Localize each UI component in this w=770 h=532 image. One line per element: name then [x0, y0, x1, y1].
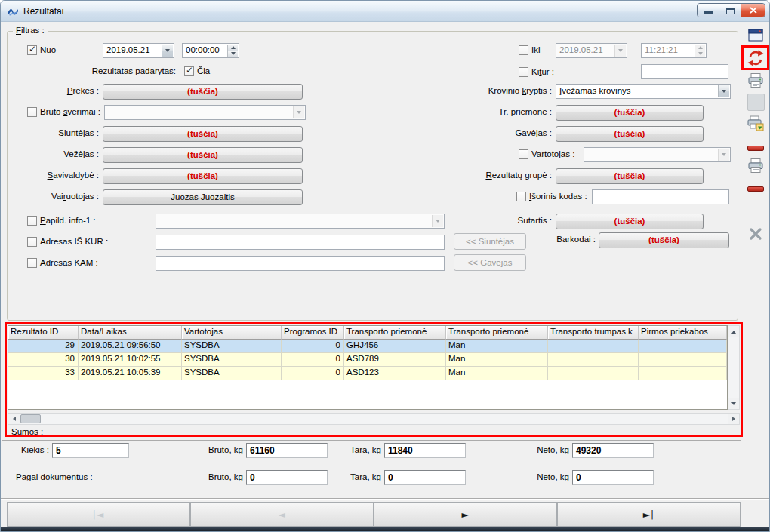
iki-checkbox[interactable]: Iki — [519, 44, 541, 56]
bruto-sverimai-checkbox[interactable]: Bruto svėrimai : — [27, 106, 100, 118]
isorinis-kodas-checkbox[interactable]: Išorinis kodas : — [516, 190, 587, 202]
last-record-button[interactable]: ►| — [557, 502, 741, 527]
cell[interactable]: 0 — [282, 367, 344, 380]
form-window-icon[interactable] — [746, 26, 765, 45]
adresas-is-kur-checkbox[interactable]: Adresas IŠ KUR : — [27, 235, 108, 248]
grid-col-transporto-trumpas[interactable]: Transporto trumpas k — [548, 326, 639, 340]
previous-record-button[interactable]: ◄ — [190, 502, 374, 527]
rezultatu-grupe-button[interactable]: (tuščia) — [556, 168, 704, 184]
cell[interactable]: 0 — [282, 340, 344, 353]
nuo-time-spinner[interactable]: 00:00:00 — [182, 43, 239, 58]
table-row[interactable]: 33 2019.05.21 10:05:39 SYSDBA 0 ASD123 M… — [8, 367, 727, 380]
next-record-button[interactable]: ► — [374, 502, 557, 527]
sutartis-button[interactable]: (tuščia) — [556, 214, 704, 229]
grid-col-transporto-priemone-1[interactable]: Transporto priemonė — [344, 326, 446, 340]
krovinio-kryptis-combo[interactable]: Įvežamas krovinys — [556, 84, 731, 99]
red-bar-icon-2[interactable] — [746, 179, 765, 198]
iki-time-up-icon[interactable] — [695, 45, 705, 51]
siuntejas-button[interactable]: (tuščia) — [103, 126, 303, 142]
cell[interactable]: 0 — [282, 353, 344, 367]
papild-info1-combo[interactable] — [156, 214, 445, 229]
tr-priemone-button[interactable]: (tuščia) — [556, 105, 704, 121]
cell[interactable] — [548, 340, 639, 353]
cia-checkbox[interactable]: Čia — [184, 65, 210, 77]
scrollbar-thumb[interactable] — [20, 414, 41, 423]
papild-info1-dropdown-arrow-icon[interactable] — [432, 215, 443, 227]
cell[interactable] — [639, 340, 727, 353]
cell[interactable]: SYSDBA — [182, 367, 282, 380]
refresh-icon[interactable] — [746, 48, 765, 68]
maximize-icon[interactable] — [719, 4, 741, 17]
cell[interactable]: Man — [446, 340, 548, 353]
nuo-date-dropdown-arrow-icon[interactable] — [162, 45, 173, 57]
iki-date-combo[interactable]: 2019.05.21 — [556, 43, 627, 58]
krovinio-kryptis-dropdown-arrow-icon[interactable] — [718, 85, 729, 97]
cell[interactable]: 29 — [8, 340, 79, 353]
vezejas-button[interactable]: (tuščia) — [103, 147, 303, 163]
cell[interactable]: 2019.05.21 09:56:50 — [79, 340, 182, 353]
cell[interactable]: 2019.05.21 10:02:55 — [79, 353, 182, 367]
nuo-time-down-icon[interactable] — [227, 51, 238, 57]
kitur-checkbox[interactable]: Kitur : — [519, 66, 554, 78]
cell[interactable]: ASD789 — [344, 353, 446, 367]
isorinis-kodas-input[interactable] — [592, 189, 729, 204]
grid-col-rezultato-id[interactable]: Rezultato ID — [8, 326, 79, 340]
iki-time-down-icon[interactable] — [695, 51, 705, 57]
vairuotojas-button[interactable]: Juozas Juozaitis — [103, 189, 303, 205]
vartotojas-dropdown-arrow-icon[interactable] — [718, 149, 729, 161]
cell[interactable]: 33 — [8, 367, 79, 380]
nuo-time-up-icon[interactable] — [227, 45, 238, 51]
vartotojas-checkbox[interactable]: Vartotojas : — [519, 148, 574, 160]
cell[interactable]: 30 — [8, 353, 79, 367]
nuo-date-combo[interactable]: 2019.05.21 — [103, 43, 174, 58]
print-icon-2[interactable] — [746, 156, 765, 176]
cell[interactable]: Man — [446, 367, 548, 380]
cell[interactable]: ASD123 — [344, 367, 446, 380]
minimize-icon[interactable] — [698, 4, 719, 17]
cell[interactable] — [639, 367, 727, 380]
copy-siuntejas-button[interactable]: << Siuntėjas — [454, 233, 526, 250]
copy-gavejas-button[interactable]: << Gavėjas — [454, 254, 526, 271]
iki-time-spinner[interactable]: 11:21:21 — [641, 43, 707, 58]
print-icon[interactable] — [746, 71, 765, 91]
vartotojas-combo[interactable] — [584, 147, 731, 162]
adresas-kam-checkbox[interactable]: Adresas KAM : — [27, 257, 98, 269]
close-icon[interactable] — [741, 4, 765, 17]
scroll-up-icon[interactable] — [728, 326, 739, 337]
kitur-input[interactable] — [641, 64, 728, 79]
table-row[interactable]: 30 2019.05.21 10:02:55 SYSDBA 0 ASD789 M… — [8, 353, 727, 367]
cell[interactable]: Man — [446, 353, 548, 367]
cell[interactable]: GHJ456 — [344, 340, 446, 353]
scroll-right-icon[interactable] — [728, 414, 739, 424]
gavejas-button[interactable]: (tuščia) — [556, 126, 704, 142]
cell[interactable] — [548, 353, 639, 367]
papild-info1-checkbox[interactable]: Papild. info-1 : — [27, 214, 96, 226]
red-bar-icon[interactable] — [746, 138, 765, 158]
blank-button[interactable] — [746, 92, 765, 112]
table-row[interactable]: 29 2019.05.21 09:56:50 SYSDBA 0 GHJ456 M… — [8, 340, 727, 353]
savivaldybe-button[interactable]: (tuščia) — [103, 168, 303, 184]
grid-col-vartotojas[interactable]: Vartotojas — [182, 326, 282, 340]
adresas-kam-input[interactable] — [156, 256, 445, 271]
bruto-sverimai-combo[interactable] — [104, 105, 306, 120]
cell[interactable] — [639, 353, 727, 367]
cell[interactable]: SYSDBA — [182, 340, 282, 353]
grid-vertical-scrollbar[interactable] — [728, 325, 740, 410]
prekes-button[interactable]: (tuščia) — [103, 84, 303, 100]
cell[interactable]: SYSDBA — [182, 353, 282, 367]
iki-date-dropdown-arrow-icon[interactable] — [614, 45, 626, 57]
bruto-sverimai-dropdown-arrow-icon[interactable] — [293, 106, 304, 118]
grid-horizontal-scrollbar[interactable] — [8, 413, 740, 425]
barkodai-button[interactable]: (tuščia) — [599, 232, 729, 248]
grid-col-programos-id[interactable]: Programos ID — [282, 326, 344, 340]
grid-col-data-laikas[interactable]: Data/Laikas — [79, 326, 182, 340]
print-options-icon[interactable] — [746, 114, 765, 134]
adresas-is-kur-input[interactable] — [156, 235, 445, 250]
scroll-down-icon[interactable] — [728, 398, 739, 409]
grid-col-pirmos-priekabos[interactable]: Pirmos priekabos — [639, 326, 727, 340]
first-record-button[interactable]: |◄ — [7, 502, 190, 527]
nuo-checkbox[interactable]: Nuo — [27, 44, 56, 56]
scroll-left-icon[interactable] — [8, 414, 20, 424]
grid-col-transporto-priemone-2[interactable]: Transporto priemonė — [446, 326, 548, 340]
cell[interactable]: 2019.05.21 10:05:39 — [79, 367, 182, 380]
